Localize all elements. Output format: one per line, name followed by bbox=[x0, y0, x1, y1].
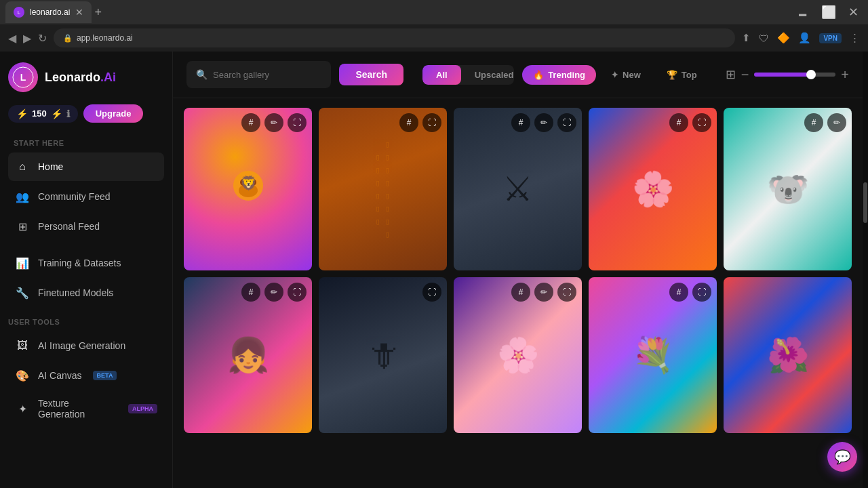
search-button[interactable]: Search bbox=[339, 64, 403, 85]
chat-fab[interactable]: 💬 bbox=[827, 442, 857, 472]
token-row: ⚡ 150 ⚡ ℹ Upgrade bbox=[8, 104, 164, 123]
search-icon: 🔍 bbox=[196, 69, 208, 80]
filter-tab-all[interactable]: All bbox=[422, 65, 461, 85]
gallery-item-lion[interactable]: 🦁 # ✏ ⛶ bbox=[184, 108, 312, 270]
main-content: 🔍 Search All Upscaled 🔥 Trending ✦ New 🏆 bbox=[173, 52, 863, 488]
sidebar-item-personal-feed[interactable]: ⊞ Personal Feed bbox=[8, 212, 164, 241]
sort-tab-trending[interactable]: 🔥 Trending bbox=[522, 65, 596, 85]
address-bar: ◀ ▶ ↻ 🔒 app.leonardo.ai ⬆ 🛡 🔶 👤 VPN ⋮ bbox=[0, 24, 868, 52]
zoom-slider[interactable] bbox=[754, 73, 835, 77]
info-icon[interactable]: ℹ bbox=[66, 108, 70, 119]
close-btn[interactable]: ✕ bbox=[844, 3, 863, 21]
expand-btn-dw[interactable]: ⛶ bbox=[422, 283, 441, 302]
section-label-start: Start Here bbox=[14, 139, 164, 147]
gallery-item-pink-hair[interactable]: 🌸 # ✏ ⛶ bbox=[454, 277, 582, 433]
sidebar-item-home[interactable]: ⌂ Home bbox=[8, 152, 164, 181]
token-count: ⚡ 150 ⚡ ℹ bbox=[8, 105, 78, 123]
sidebar-item-ai-image[interactable]: 🖼 AI Image Generation bbox=[8, 331, 164, 360]
edit-btn-p[interactable]: ✏ bbox=[534, 283, 553, 302]
sidebar-item-home-label: Home bbox=[38, 161, 63, 172]
remix-btn-c[interactable]: # bbox=[669, 283, 688, 302]
minimize-btn[interactable]: 🗕 bbox=[793, 4, 813, 21]
remix-btn-f[interactable]: # bbox=[669, 113, 688, 132]
grid-view-icon[interactable]: ⊞ bbox=[726, 67, 736, 82]
top-icon: 🏆 bbox=[667, 70, 677, 80]
zoom-thumb[interactable] bbox=[806, 70, 816, 79]
sidebar-item-training[interactable]: 📊 Training & Datasets bbox=[8, 249, 164, 277]
gallery-item-hieroglyph[interactable]: 𓂀 𓃀 𓄀 𓅀 𓆀 𓇀 𓈀 𓉀 𓊀 𓋀 𓌀 𓍀 𓎀 𓏀 # ⛶ bbox=[319, 108, 447, 270]
filter-tab-upscaled[interactable]: Upscaled bbox=[461, 65, 514, 85]
sidebar-item-community-feed[interactable]: 👥 Community Feed bbox=[8, 182, 164, 211]
tab-title: leonardo.ai bbox=[30, 7, 70, 17]
edit-btn-w[interactable]: ✏ bbox=[534, 113, 553, 132]
url-box[interactable]: 🔒 app.leonardo.ai bbox=[54, 28, 735, 47]
gallery-item-koala[interactable]: 🐨 # ✏ bbox=[724, 108, 852, 270]
beta-badge: BETA bbox=[93, 371, 117, 380]
gallery-item-floral-pattern[interactable]: 🌺 bbox=[724, 277, 852, 433]
sidebar-item-texture[interactable]: ✦ Texture Generation ALPHA bbox=[8, 391, 164, 426]
remix-btn-h[interactable]: # bbox=[399, 113, 418, 132]
item-overlay-dark-warrior: ⛶ bbox=[319, 277, 447, 307]
extension-icon[interactable]: 🔶 bbox=[777, 32, 790, 44]
sort-tab-top[interactable]: 🏆 Top bbox=[656, 65, 708, 85]
expand-btn-h[interactable]: ⛶ bbox=[422, 113, 441, 132]
search-input-wrap[interactable]: 🔍 bbox=[186, 61, 331, 88]
sidebar-item-finetuned[interactable]: 🔧 Finetuned Models bbox=[8, 279, 164, 307]
upgrade-button[interactable]: Upgrade bbox=[83, 104, 144, 123]
tab-close-btn[interactable]: ✕ bbox=[75, 7, 83, 18]
tab-favicon: L bbox=[14, 7, 24, 18]
sidebar-item-ai-canvas[interactable]: 🎨 AI Canvas BETA bbox=[8, 361, 164, 390]
texture-icon: ✦ bbox=[15, 401, 30, 416]
sidebar-item-personal-label: Personal Feed bbox=[38, 221, 100, 232]
remix-btn-a[interactable]: # bbox=[241, 283, 260, 302]
personal-icon: ⊞ bbox=[15, 219, 30, 234]
community-icon: 👥 bbox=[15, 189, 30, 204]
svg-text:L: L bbox=[20, 72, 26, 83]
expand-btn-p[interactable]: ⛶ bbox=[557, 283, 576, 302]
shield-icon[interactable]: 🛡 bbox=[759, 33, 769, 44]
item-overlay-anime: # ✏ ⛶ bbox=[184, 277, 312, 307]
zoom-plus-btn[interactable]: + bbox=[841, 67, 849, 83]
share-icon[interactable]: ⬆ bbox=[742, 32, 751, 44]
remix-btn[interactable]: # bbox=[241, 113, 260, 132]
logo-area: L Leonardo.Ai bbox=[8, 62, 164, 92]
back-btn[interactable]: ◀ bbox=[8, 32, 16, 45]
search-toolbar: 🔍 Search All Upscaled 🔥 Trending ✦ New 🏆 bbox=[173, 52, 863, 98]
gallery-item-warrior[interactable]: ⚔ # ✏ ⛶ bbox=[454, 108, 582, 270]
remix-btn-p[interactable]: # bbox=[511, 283, 530, 302]
expand-btn-a[interactable]: ⛶ bbox=[288, 283, 307, 302]
remix-btn-k[interactable]: # bbox=[804, 113, 823, 132]
scroll-indicator[interactable] bbox=[863, 52, 868, 488]
expand-btn-c[interactable]: ⛶ bbox=[692, 283, 711, 302]
sidebar-item-training-label: Training & Datasets bbox=[38, 258, 121, 268]
menu-icon[interactable]: ⋮ bbox=[850, 32, 860, 44]
search-input[interactable] bbox=[213, 70, 321, 80]
forward-btn[interactable]: ▶ bbox=[23, 32, 31, 45]
edit-btn[interactable]: ✏ bbox=[264, 113, 283, 132]
expand-btn-w[interactable]: ⛶ bbox=[557, 113, 576, 132]
training-icon: 📊 bbox=[15, 256, 30, 270]
new-tab-btn[interactable]: + bbox=[94, 5, 102, 20]
gallery-item-anime[interactable]: 👧 # ✏ ⛶ bbox=[184, 277, 312, 433]
lock-icon: 🔒 bbox=[63, 34, 73, 43]
active-tab[interactable]: L leonardo.ai ✕ bbox=[5, 1, 92, 23]
window-controls: 🗕 ⬜ ✕ bbox=[793, 3, 863, 21]
profile-icon[interactable]: 👤 bbox=[798, 32, 811, 44]
remix-btn-w[interactable]: # bbox=[511, 113, 530, 132]
expand-btn-f[interactable]: ⛶ bbox=[692, 113, 711, 132]
maximize-btn[interactable]: ⬜ bbox=[817, 3, 840, 21]
filter-tabs: All Upscaled bbox=[422, 65, 514, 85]
edit-btn-k[interactable]: ✏ bbox=[827, 113, 846, 132]
expand-btn[interactable]: ⛶ bbox=[288, 113, 307, 132]
gallery-area[interactable]: 🦁 # ✏ ⛶ 𓂀 𓃀 𓄀 𓅀 𓆀 𓇀 𓈀 𓉀 𓊀 𓋀 𓌀 𓍀 𓎀 𓏀 bbox=[173, 98, 863, 488]
gallery-item-flowers[interactable]: 🌸 # ⛶ bbox=[589, 108, 717, 270]
gallery-item-colorful-girl[interactable]: 💐 # ⛶ bbox=[589, 277, 717, 433]
scroll-thumb[interactable] bbox=[863, 182, 867, 223]
token-number: 150 bbox=[32, 108, 47, 119]
sort-tab-new[interactable]: ✦ New bbox=[600, 65, 652, 85]
edit-btn-a[interactable]: ✏ bbox=[264, 283, 283, 302]
browser-chrome: L leonardo.ai ✕ + 🗕 ⬜ ✕ ◀ ▶ ↻ 🔒 app.leon… bbox=[0, 0, 868, 52]
zoom-minus-btn[interactable]: − bbox=[741, 67, 749, 83]
gallery-item-dark-warrior[interactable]: 🗡 ⛶ bbox=[319, 277, 447, 433]
reload-btn[interactable]: ↻ bbox=[38, 32, 47, 45]
